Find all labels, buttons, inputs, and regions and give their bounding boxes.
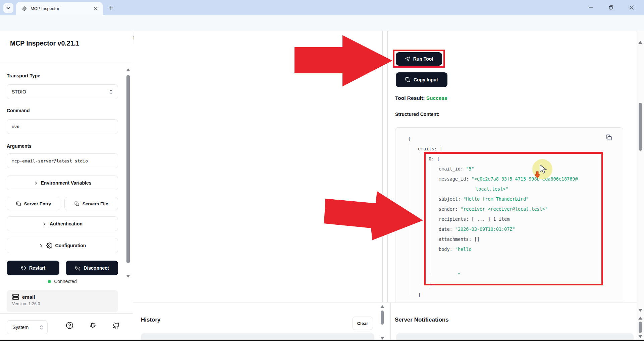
- history-title: History: [141, 317, 161, 323]
- server-icon: [12, 293, 19, 300]
- notifications-scrollbar-thumb[interactable]: [639, 322, 642, 333]
- panel-divider: [390, 302, 391, 340]
- connection-status: Connected: [0, 279, 125, 284]
- tool-result-label: Tool Result:: [395, 95, 425, 101]
- connection-status-text: Connected: [54, 279, 77, 284]
- json-row[interactable]: {: [408, 134, 623, 144]
- browser-toolbar: localhost:6274/?MCP_PROXY_AUTH_TOKEN=f14…: [0, 15, 644, 31]
- cursor-highlight: [532, 159, 552, 179]
- structured-content-label: Structured Content:: [395, 112, 439, 117]
- tool-result-status: Success: [426, 95, 447, 101]
- help-button[interactable]: [66, 322, 74, 330]
- window-bottom-edge: [0, 340, 644, 341]
- transport-type-select[interactable]: STDIO: [7, 84, 118, 99]
- chevron-down-icon: [6, 7, 10, 9]
- disconnect-label: Disconnect: [84, 265, 109, 271]
- help-circle-icon: [66, 322, 73, 329]
- arguments-label: Arguments: [7, 143, 32, 149]
- transport-type-label: Transport Type: [7, 73, 40, 78]
- json-row[interactable]: ]: [418, 290, 623, 300]
- mcp-logo-icon: [21, 6, 27, 11]
- configuration-label: Configuration: [55, 243, 86, 248]
- window-restore-button[interactable]: [603, 0, 619, 15]
- environment-variables-button[interactable]: Environment Variables: [7, 176, 118, 190]
- scroll-up-icon[interactable]: [638, 41, 642, 44]
- restart-button[interactable]: Restart: [7, 261, 59, 275]
- tab-search-button[interactable]: [3, 3, 13, 13]
- sidebar-scrollbar-thumb[interactable]: [126, 75, 130, 263]
- server-notifications-panel: Server Notifications Clear 37. notificat…: [394, 302, 644, 340]
- scroll-down-icon[interactable]: [638, 335, 642, 338]
- copy-icon: [74, 201, 79, 206]
- servers-file-button[interactable]: Servers File: [64, 197, 118, 210]
- copy-input-label: Copy Input: [414, 77, 438, 82]
- scroll-down-icon[interactable]: [126, 275, 130, 278]
- json-row[interactable]: requested_count: 1: [418, 300, 623, 302]
- disconnect-button[interactable]: Disconnect: [66, 261, 118, 275]
- command-value: uvx: [12, 124, 19, 129]
- authentication-button[interactable]: Authentication: [7, 216, 118, 231]
- github-button[interactable]: [112, 322, 120, 330]
- copy-icon: [405, 77, 411, 82]
- restart-label: Restart: [29, 265, 45, 271]
- select-chevrons-icon: [40, 325, 43, 330]
- history-clear-button[interactable]: Clear: [352, 317, 373, 330]
- annotation-box-json: [424, 152, 603, 285]
- copy-input-button[interactable]: Copy Input: [396, 72, 447, 87]
- history-panel: History Clear 5. tools/call: [133, 302, 389, 340]
- server-version: Version: 1.26.0: [12, 301, 113, 306]
- page-scrollbar[interactable]: [637, 31, 644, 340]
- server-name: email: [22, 294, 35, 300]
- gear-icon: [46, 243, 52, 249]
- chevron-right-icon: [39, 244, 43, 248]
- server-entry-label: Server Entry: [24, 201, 51, 206]
- configuration-button[interactable]: Configuration: [7, 238, 118, 253]
- select-chevrons-icon: [109, 89, 113, 94]
- browser-tab-mcp-inspector[interactable]: MCP Inspector: [16, 2, 103, 15]
- arguments-input[interactable]: mcp-email-server@latest stdio: [7, 153, 118, 168]
- scroll-up-icon[interactable]: [638, 317, 642, 320]
- scroll-up-icon[interactable]: [126, 68, 130, 71]
- tab-title: MCP Inspector: [31, 6, 93, 11]
- github-icon: [112, 322, 120, 329]
- bottom-panels: History Clear 5. tools/call Server Notif…: [133, 302, 644, 340]
- window-close-button[interactable]: [624, 0, 639, 15]
- theme-select[interactable]: System: [7, 320, 48, 334]
- annotation-box-run-tool: [393, 50, 445, 68]
- history-scrollbar[interactable]: [380, 304, 385, 340]
- clear-label: Clear: [357, 321, 368, 326]
- bug-icon: [89, 322, 97, 329]
- browser-tab-strip: MCP Inspector: [0, 0, 644, 15]
- chevron-right-icon: [34, 181, 38, 185]
- pane-divider[interactable]: [382, 31, 383, 302]
- tool-result-line: Tool Result: Success: [395, 95, 447, 101]
- app-title: MCP Inspector v0.21.1: [10, 40, 79, 47]
- server-card-email[interactable]: email Version: 1.26.0: [7, 290, 118, 312]
- command-label: Command: [7, 108, 30, 113]
- pane-divider[interactable]: [387, 31, 388, 302]
- copy-icon: [16, 201, 21, 206]
- chevron-right-icon: [42, 222, 47, 226]
- server-entry-button[interactable]: Server Entry: [7, 197, 60, 210]
- servers-file-label: Servers File: [83, 201, 108, 206]
- scroll-down-icon[interactable]: [638, 309, 642, 312]
- transport-type-value: STDIO: [12, 89, 26, 94]
- window-minimize-button[interactable]: [583, 0, 598, 15]
- sidebar-divider: [0, 64, 133, 64]
- tab-close-icon[interactable]: [93, 6, 99, 12]
- link-off-icon: [75, 265, 80, 271]
- debug-button[interactable]: [89, 322, 97, 330]
- environment-variables-label: Environment Variables: [41, 180, 92, 186]
- theme-value: System: [12, 325, 29, 330]
- page-scrollbar-thumb[interactable]: [639, 103, 642, 151]
- sidebar-scrollbar[interactable]: [126, 66, 131, 281]
- arguments-value: mcp-email-server@latest stdio: [12, 158, 88, 163]
- server-notifications-title: Server Notifications: [395, 317, 449, 323]
- restart-icon: [21, 265, 26, 271]
- inspector-sidebar: MCP Inspector v0.21.1 Transport Type STD…: [0, 31, 133, 340]
- connected-dot-icon: [48, 280, 51, 283]
- sidebar-footer: System: [0, 313, 133, 340]
- authentication-label: Authentication: [50, 221, 83, 226]
- new-tab-button[interactable]: [106, 3, 115, 12]
- command-input[interactable]: uvx: [7, 119, 118, 134]
